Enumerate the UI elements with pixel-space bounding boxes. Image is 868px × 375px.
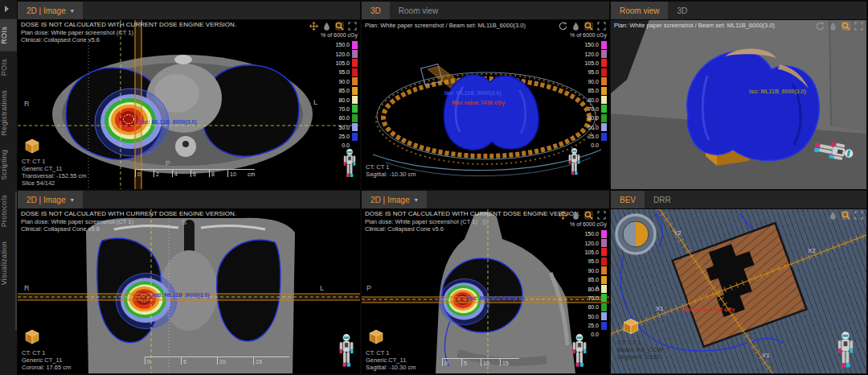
- axis-label-y2: Y2: [674, 229, 682, 237]
- dose-scale-entry: 25.0: [570, 321, 607, 330]
- zoom-icon[interactable]: [841, 22, 850, 31]
- dose-color-scale: % of 6000 cGy 150.0 120.0: [570, 221, 607, 340]
- rotate-icon[interactable]: [559, 22, 567, 31]
- sidebar-item-pois[interactable]: POIs: [0, 52, 17, 83]
- sidebar-scrollbar[interactable]: [15, 192, 17, 330]
- dose-scale-entry: 90.0: [570, 266, 607, 275]
- fit-icon[interactable]: [854, 211, 863, 220]
- dose-scale-entry: 0.0: [321, 141, 358, 150]
- dose-scale-entry: 105.0: [570, 59, 607, 68]
- max-dose-label: Max value 7436 cGy: [452, 100, 505, 105]
- dose-scale-entry: 0.0: [570, 330, 607, 339]
- patient-orientation-figure: [567, 147, 582, 176]
- chevron-down-icon: ▾: [71, 196, 74, 204]
- slice-info: CT: CT 1 Sagittal: -10.30 cm: [366, 163, 416, 178]
- room-scene-canvas[interactable]: Plan: White paper screenshot / Beam set:…: [611, 19, 866, 189]
- fit-icon[interactable]: [854, 22, 863, 31]
- dose-scale-title: % of 6000 cGy: [570, 221, 607, 227]
- bev-canvas[interactable]: Y2 X2 X1 Y1 Max value 7436 cGy CT: CT 1 …: [611, 208, 866, 373]
- windowing-icon[interactable]: [829, 22, 837, 31]
- scale-ruler: 051015: [145, 356, 289, 365]
- windowing-icon[interactable]: [322, 22, 331, 31]
- windowing-icon[interactable]: [829, 211, 837, 220]
- scale-ruler: 0246810 cm: [135, 169, 255, 177]
- dose-scale-entry: 120.0: [570, 238, 607, 247]
- dose-scale-entry: 50.0: [570, 312, 607, 321]
- fit-icon[interactable]: [348, 22, 357, 31]
- orientation-cube-icon: [23, 327, 42, 346]
- dose-scale-entry: 50.0: [570, 123, 607, 132]
- viewport-room-view: Room view 3D Plan: White paper screensho…: [611, 2, 866, 189]
- viewport-transversal: 2D | Image▾: [18, 2, 360, 189]
- zoom-icon[interactable]: [335, 22, 344, 31]
- sidebar-item-scripting[interactable]: Scripting: [0, 142, 17, 188]
- dose-scale-entry: 105.0: [570, 248, 607, 257]
- left-sidebar: ROIs POIs Registrations Scripting Protoc…: [0, 0, 18, 375]
- dose-scale-entry: 0.0: [570, 141, 607, 150]
- orientation-letter-right: R: [24, 100, 30, 108]
- tab-3d[interactable]: 3D: [362, 2, 390, 19]
- dose-scale-entry: 150.0: [570, 40, 607, 49]
- plan-info-line: Plan: White paper screenshot / Beam set:…: [614, 22, 775, 29]
- tab-2d-image[interactable]: 2D | Image▾: [18, 2, 83, 19]
- expand-panel-button[interactable]: [5, 6, 9, 12]
- slice-info: CT: CT 1 Generic CT_11 Coronal: 17.65 cm: [22, 349, 71, 371]
- dose-scale-entry: 80.0: [570, 95, 607, 104]
- dose-scale-title: % of 6000 cGy: [321, 32, 358, 38]
- orientation-letter-posterior: P: [366, 284, 371, 292]
- pan-icon[interactable]: [559, 211, 567, 220]
- tab-room-view[interactable]: Room view: [390, 2, 447, 19]
- rotate-icon[interactable]: [816, 22, 825, 31]
- isocenter-label: Iso: ML11B_6000(3.0): [140, 119, 197, 125]
- windowing-icon[interactable]: [571, 211, 580, 220]
- viewport-tabbar: Room view 3D: [611, 2, 866, 20]
- sidebar-item-protocols[interactable]: Protocols: [0, 188, 17, 234]
- dose-scale-entry: 25.0: [321, 132, 358, 141]
- tab-2d-image[interactable]: 2D | Image▾: [362, 191, 427, 208]
- dose-scale-entry: 95.0: [570, 68, 607, 76]
- orientation-letter-right: R: [24, 284, 30, 292]
- isocenter-label: Iso: ML11B_6000(3.0): [444, 90, 502, 96]
- zoom-icon[interactable]: [584, 211, 593, 220]
- tab-drr[interactable]: DRR: [645, 191, 680, 208]
- windowing-icon[interactable]: [571, 22, 580, 31]
- sidebar-item-visualization[interactable]: Visualization: [0, 234, 17, 292]
- tab-3d[interactable]: 3D: [668, 2, 696, 19]
- orientation-cube-icon: [620, 315, 641, 336]
- dose-scale-entry: 95.0: [321, 68, 358, 76]
- sagittal-ct-canvas[interactable]: DOSE IS NOT CALCULATED WITH CURRENT DOSE…: [362, 208, 609, 373]
- pan-icon[interactable]: [309, 22, 318, 31]
- orientation-cube-icon: [23, 136, 42, 155]
- isocenter-label: Iso: ML11B_6000(3.0): [468, 295, 525, 301]
- dose-scale-entry: 80.0: [321, 95, 358, 104]
- tab-bev[interactable]: BEV: [611, 191, 645, 208]
- dose-warning: DOSE IS NOT CALCULATED WITH CURRENT DOSE…: [365, 210, 580, 233]
- dose-scale-entry: 150.0: [321, 40, 358, 49]
- tab-2d-image[interactable]: 2D | Image▾: [18, 191, 83, 208]
- orientation-letter-superior: S: [482, 218, 487, 226]
- viewport-tabbar: 2D | Image▾: [18, 191, 360, 209]
- patient-orientation-figure: [338, 333, 355, 369]
- 3d-scene-canvas[interactable]: Plan: White paper screenshot / Beam set:…: [362, 19, 609, 189]
- fit-icon[interactable]: [597, 211, 606, 220]
- dose-scale-entry: 70.0: [570, 105, 607, 113]
- dose-scale-entry: 95.0: [570, 257, 607, 266]
- viewport-tabbar: 2D | Image▾: [362, 191, 609, 209]
- dose-scale-entry: 120.0: [321, 49, 358, 58]
- dose-scale-entry: 90.0: [570, 77, 607, 86]
- transversal-ct-canvas[interactable]: DOSE IS NOT CALCULATED WITH CURRENT DOSE…: [18, 19, 360, 189]
- viewport-sagittal: 2D | Image▾ DOSE IS NOT CALCULATED WITH …: [362, 191, 609, 373]
- dose-scale-entry: 70.0: [570, 294, 607, 303]
- axis-label-x1: X1: [656, 305, 664, 312]
- fit-icon[interactable]: [597, 22, 606, 31]
- zoom-icon[interactable]: [584, 22, 593, 31]
- slice-info: CT: CT 1 Generic CT_11 Transversal: -152…: [22, 158, 87, 187]
- zoom-icon[interactable]: [841, 211, 850, 220]
- dose-scale-entry: 60.0: [570, 113, 607, 122]
- viewport-toolbar: [309, 22, 357, 31]
- patient-orientation-figure: [342, 148, 358, 179]
- coronal-ct-canvas[interactable]: DOSE IS NOT CALCULATED WITH CURRENT DOSE…: [18, 208, 360, 373]
- tab-room-view[interactable]: Room view: [611, 2, 668, 19]
- sidebar-item-rois[interactable]: ROIs: [0, 19, 17, 52]
- sidebar-item-registrations[interactable]: Registrations: [0, 83, 17, 142]
